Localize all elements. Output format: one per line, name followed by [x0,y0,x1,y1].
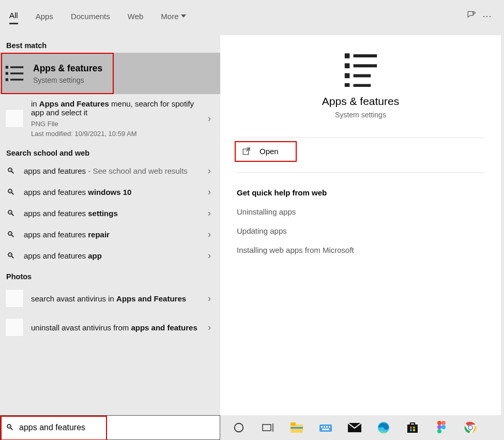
svg-rect-33 [410,429,412,431]
file-thumbnail-icon [5,109,24,128]
file-result-title: in Apps and Features menu, search for sp… [31,99,197,117]
web-result-2[interactable]: 🔍︎ apps and features settings › [0,203,220,224]
svg-rect-24 [324,426,325,428]
photo-result-1[interactable]: uninstall avast antivirus from apps and … [0,313,220,342]
tab-all[interactable]: All [9,8,18,24]
svg-rect-23 [321,426,323,428]
svg-rect-13 [344,83,349,87]
chevron-down-icon [181,14,186,18]
svg-rect-17 [263,424,271,431]
svg-point-16 [235,423,243,432]
preview-subtitle: System settings [335,111,386,119]
svg-rect-25 [326,426,328,428]
section-photos: Photos [0,266,220,284]
figma-icon[interactable] [433,419,450,436]
web-result-4[interactable]: 🔍︎ apps and features app › [0,245,220,266]
touch-keyboard-icon[interactable] [317,419,334,436]
svg-rect-31 [410,427,412,429]
search-input[interactable] [19,423,215,432]
mail-icon[interactable] [346,419,363,436]
tab-documents[interactable]: Documents [71,9,110,24]
search-bar[interactable]: 🔍︎ [0,415,220,440]
tab-more[interactable]: More [161,9,186,24]
apps-features-large-icon [340,50,381,87]
chevron-right-icon[interactable]: › [205,113,214,124]
search-icon: 🔍︎ [5,230,17,239]
svg-rect-27 [322,429,329,430]
chevron-right-icon[interactable]: › [205,293,214,304]
search-icon: 🔍︎ [5,188,17,197]
chevron-right-icon[interactable]: › [205,208,214,219]
chevron-right-icon[interactable]: › [205,187,214,198]
web-result-0[interactable]: 🔍︎ apps and features - See school and we… [0,160,220,181]
store-icon[interactable] [404,419,421,436]
svg-rect-21 [291,427,303,429]
open-action[interactable]: Open [237,143,484,159]
help-link-uninstalling[interactable]: Uninstalling apps [220,202,501,221]
svg-point-36 [441,421,446,425]
svg-rect-7 [344,53,349,58]
best-match-result[interactable]: Apps & features System settings [0,53,220,94]
section-best-match: Best match [0,35,220,53]
search-icon: 🔍︎ [5,251,17,261]
search-icon: 🔍︎ [5,209,17,218]
chrome-icon[interactable] [462,419,479,436]
svg-point-39 [437,429,441,433]
tab-web[interactable]: Web [128,9,144,24]
svg-rect-26 [329,426,330,428]
best-match-title: Apps & features [33,63,102,74]
svg-rect-20 [291,422,296,426]
help-link-installing-web[interactable]: Installing web apps from Microsoft [220,240,501,260]
preview-pane: Apps & features System settings Open Get… [220,35,501,415]
svg-rect-5 [6,78,8,81]
results-pane: Best match Apps & features System settin… [0,32,220,415]
svg-rect-11 [344,73,349,79]
photo-thumbnail-icon [5,289,24,308]
web-result-1[interactable]: 🔍︎ apps and features windows 10 › [0,181,220,203]
svg-point-37 [437,425,441,429]
taskbar [220,415,504,440]
apps-features-icon [4,63,25,84]
cortana-icon[interactable] [231,419,247,436]
svg-point-38 [441,425,446,429]
chevron-right-icon[interactable]: › [205,165,214,176]
svg-rect-3 [6,72,8,74]
svg-point-42 [469,426,472,430]
edge-icon[interactable] [375,419,392,436]
best-match-subtitle: System settings [33,76,102,84]
search-scope-tabs: All Apps Documents Web More ⋯ [0,0,504,32]
photo-thumbnail-icon [5,318,24,337]
task-view-icon[interactable] [259,419,276,436]
search-icon: 🔍︎ [6,423,14,432]
photo-result-0[interactable]: search avast antivirus in Apps and Featu… [0,284,220,313]
preview-title: Apps & features [322,95,399,108]
chevron-right-icon[interactable]: › [205,250,214,261]
file-result-type: PNG File [31,120,197,128]
file-result[interactable]: in Apps and Features menu, search for sp… [0,94,220,143]
svg-rect-9 [344,63,349,68]
file-result-modified: Last modified: 10/9/2021, 10:59 AM [31,130,197,138]
chevron-right-icon[interactable]: › [205,322,214,333]
svg-rect-34 [413,429,415,431]
help-link-updating[interactable]: Updating apps [220,221,501,240]
open-icon [242,146,251,156]
svg-point-35 [437,421,441,425]
help-header: Get quick help from web [220,173,501,202]
file-explorer-icon[interactable] [288,419,305,436]
tab-apps[interactable]: Apps [36,9,53,24]
more-options-icon[interactable]: ⋯ [479,10,495,22]
web-result-3[interactable]: 🔍︎ apps and features repair › [0,224,220,245]
chevron-right-icon[interactable]: › [205,229,214,240]
tab-more-label: More [161,12,178,21]
feedback-icon[interactable] [464,10,479,23]
svg-rect-32 [413,427,415,429]
svg-rect-22 [319,424,332,432]
open-label: Open [259,147,279,156]
svg-rect-1 [6,66,8,68]
section-school-web: Search school and web [0,143,220,160]
search-icon: 🔍︎ [5,166,17,176]
svg-rect-30 [407,424,418,433]
